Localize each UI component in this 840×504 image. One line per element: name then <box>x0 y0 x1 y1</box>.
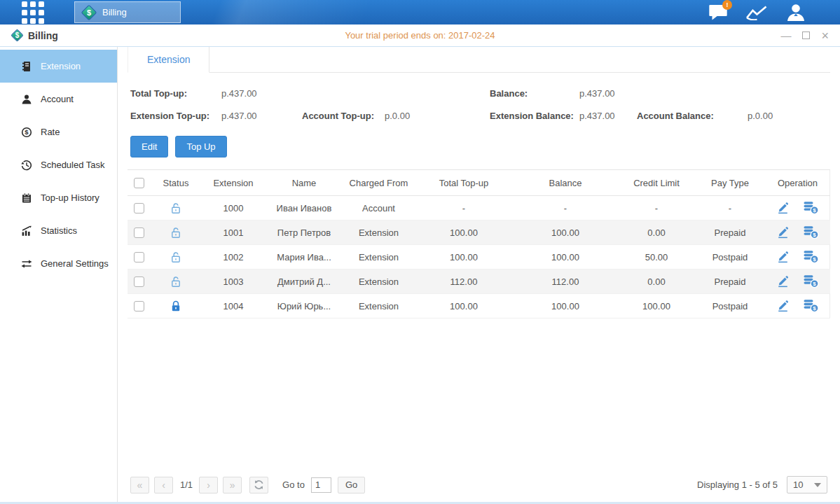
tabstrip: Extension <box>128 47 830 73</box>
sidebar-item-topup-history[interactable]: Top-up History <box>0 181 117 214</box>
edit-button[interactable]: Edit <box>130 136 168 158</box>
billing-dollar-diamond-icon <box>11 29 23 41</box>
notebook-icon <box>21 61 32 72</box>
last-page-button[interactable]: » <box>223 477 242 493</box>
billing-dollar-diamond-icon <box>82 6 96 20</box>
row-checkbox[interactable] <box>134 276 144 287</box>
sidebar-item-extension[interactable]: Extension <box>0 50 117 83</box>
row-checkbox[interactable] <box>134 252 144 262</box>
transfer-arrows-icon <box>21 258 32 270</box>
person-icon <box>21 94 32 105</box>
edit-extension-icon[interactable] <box>776 251 790 263</box>
sidebar-item-general-settings[interactable]: General Settings <box>0 247 117 280</box>
name-cell: Юрий Юрь... <box>266 294 343 318</box>
first-page-button[interactable]: « <box>130 477 149 493</box>
extension-topup-value: p.437.00 <box>221 111 302 121</box>
status-unlocked-icon <box>170 276 181 288</box>
table-row: 1000 Иван Иванов Account - - - - $ <box>128 196 830 220</box>
sidebar-item-statistics[interactable]: Statistics <box>0 214 117 247</box>
sidebar-item-label: Account <box>41 94 74 104</box>
page-size-select[interactable]: 10 <box>787 476 827 493</box>
edit-extension-icon[interactable] <box>776 275 790 288</box>
sidebar-item-scheduled-task[interactable]: Scheduled Task <box>0 148 117 181</box>
name-cell: Мария Ива... <box>266 245 343 270</box>
total-topup-cell: 100.00 <box>415 294 513 318</box>
sidebar-item-label: Top-up History <box>41 192 99 203</box>
user-menu-button[interactable] <box>785 4 806 21</box>
history-clock-icon <box>21 160 32 171</box>
charged-from-cell: Extension <box>343 245 415 270</box>
page-size-value: 10 <box>793 479 803 490</box>
credit-limit-cell: 0.00 <box>618 220 695 245</box>
taskbar-app-tab-label: Billing <box>102 7 127 18</box>
taskbar-app-tab-billing[interactable]: Billing <box>74 1 181 23</box>
main-content: Extension Total Top-up: p.437.00 Balance… <box>118 47 840 504</box>
extension-balance-value: p.437.00 <box>579 111 637 121</box>
svg-text:$: $ <box>813 256 817 262</box>
balance-label: Balance: <box>490 88 579 99</box>
window-title-group: Billing <box>11 29 58 41</box>
topup-extension-icon[interactable]: $ <box>803 299 819 313</box>
table-row: 1002 Мария Ива... Extension 100.00 100.0… <box>128 245 830 270</box>
topup-button[interactable]: Top Up <box>175 136 226 158</box>
table-header-row: Status Extension Name Charged From Total… <box>128 170 830 196</box>
extension-cell: 1004 <box>201 294 266 318</box>
col-name: Name <box>266 170 343 196</box>
topup-extension-icon[interactable]: $ <box>803 274 819 288</box>
pay-type-cell: Prepaid <box>695 220 765 245</box>
table-row: 1001 Петр Петров Extension 100.00 100.00… <box>128 220 830 245</box>
chevron-down-icon <box>814 483 821 487</box>
close-button[interactable]: × <box>821 29 829 42</box>
col-balance: Balance <box>513 170 618 196</box>
col-operation: Operation <box>765 170 830 196</box>
name-cell: Дмитрий Д... <box>266 270 343 294</box>
go-button[interactable]: Go <box>338 477 365 493</box>
pay-type-cell: Prepaid <box>695 270 765 294</box>
select-all-checkbox[interactable] <box>134 178 144 188</box>
row-checkbox[interactable] <box>134 301 144 312</box>
edit-extension-icon[interactable] <box>776 300 790 312</box>
apps-menu-button[interactable] <box>22 1 44 24</box>
next-page-button[interactable]: › <box>199 477 218 493</box>
balance-value: p.437.00 <box>579 88 637 99</box>
line-chart-icon <box>745 5 768 20</box>
goto-page-input[interactable] <box>311 477 331 493</box>
notifications-button[interactable]: ! <box>708 4 728 20</box>
extension-table: Status Extension Name Charged From Total… <box>128 169 830 318</box>
refresh-button[interactable] <box>249 477 268 493</box>
balance-summary: Total Top-up: p.437.00 Balance: p.437.00… <box>128 73 830 121</box>
topup-extension-icon[interactable]: $ <box>803 201 819 215</box>
extension-topup-label: Extension Top-up: <box>130 111 221 121</box>
row-checkbox[interactable] <box>134 227 144 238</box>
resource-monitor-button[interactable] <box>745 5 768 20</box>
prev-page-button[interactable]: ‹ <box>154 477 173 493</box>
sidebar-item-account[interactable]: Account <box>0 83 117 115</box>
col-extension: Extension <box>201 170 266 196</box>
balance-cell: 100.00 <box>513 294 618 318</box>
total-topup-cell: 100.00 <box>415 220 513 245</box>
status-locked-icon <box>170 300 181 312</box>
row-checkbox[interactable] <box>134 203 144 214</box>
content-spacer <box>128 318 830 470</box>
tab-extension[interactable]: Extension <box>128 47 209 73</box>
minimize-button[interactable]: — <box>780 30 791 41</box>
sidebar-item-label: Scheduled Task <box>41 160 105 170</box>
edit-extension-icon[interactable] <box>776 202 790 214</box>
topup-extension-icon[interactable]: $ <box>803 225 819 239</box>
maximize-button[interactable] <box>802 31 810 39</box>
goto-label: Go to <box>282 479 305 490</box>
charged-from-cell: Extension <box>343 294 415 318</box>
charged-from-cell: Extension <box>343 270 415 294</box>
col-total-topup: Total Top-up <box>415 170 513 196</box>
window-title: Billing <box>28 30 58 41</box>
pay-type-cell: Postpaid <box>695 245 765 270</box>
sidebar-item-label: Statistics <box>41 225 77 236</box>
edit-extension-icon[interactable] <box>776 226 790 239</box>
col-charged-from: Charged From <box>343 170 415 196</box>
topup-extension-icon[interactable]: $ <box>803 250 819 264</box>
sidebar-item-rate[interactable]: $ Rate <box>0 115 117 148</box>
svg-text:$: $ <box>25 128 29 136</box>
balance-cell: 100.00 <box>513 220 618 245</box>
sidebar: Extension Account $ Rate <box>0 47 118 504</box>
taskbar: Billing ! <box>0 0 840 24</box>
